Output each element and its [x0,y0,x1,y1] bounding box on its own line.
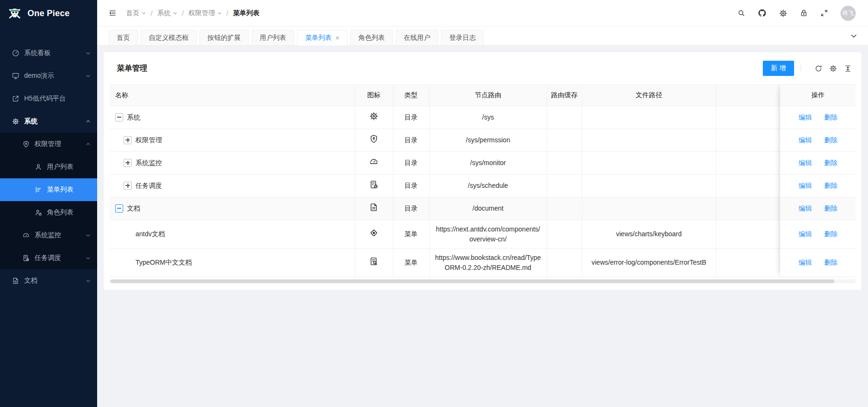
add-button[interactable]: 新 增 [763,61,794,76]
delete-link[interactable]: 删除 [824,204,838,213]
tab-user-list[interactable]: 用户列表 [252,30,294,46]
caret-down-icon [173,11,177,15]
edit-link[interactable]: 编辑 [799,259,812,267]
gear-icon[interactable] [779,9,787,18]
sidebar-item-menu-list[interactable]: 菜单列表 [0,178,97,201]
tab-menu-list[interactable]: 菜单列表 × [297,30,347,46]
caret-down-icon [217,11,222,15]
tab-login-log[interactable]: 登录日志 [441,30,484,46]
schedule-icon [22,254,30,262]
sidebar-item-schedule[interactable]: 任务调度 [0,247,97,269]
breadcrumb-separator: / [151,9,153,17]
row-type: 目录 [393,129,429,152]
top-header: 首页 / 系统 / 权限管理 / 菜单列表 [97,0,868,27]
sidebar-submenu-system: 权限管理 用户列表 菜单列表 [0,133,97,269]
expand-toggle-icon[interactable] [124,136,132,144]
delete-link[interactable]: 删除 [824,230,838,239]
menu-fold-icon[interactable] [108,9,117,17]
chevron-up-icon [86,142,90,147]
sidebar-item-user-list[interactable]: 用户列表 [0,156,97,178]
breadcrumb-separator: / [182,9,184,17]
sidebar-item-document[interactable]: 文档 [0,269,97,292]
chevron-down-icon[interactable] [850,32,858,40]
sidebar-item-dashboard[interactable]: 系统看板 [0,42,97,65]
gear-icon [11,118,19,126]
lock-icon[interactable] [800,9,808,17]
desktop-icon [11,72,19,80]
row-route: /sys/schedule [429,175,547,197]
edit-link[interactable]: 编辑 [799,159,812,167]
tab-bar: 首页 自定义模态框 按钮的扩展 用户列表 菜单列表 × 角色列表 在线用户 登录… [97,27,868,46]
expand-toggle-icon[interactable] [124,182,132,190]
chevron-down-icon [86,74,90,78]
tab-role-list[interactable]: 角色列表 [350,30,393,46]
close-icon[interactable]: × [335,35,339,41]
github-icon[interactable] [758,9,767,18]
breadcrumb-item[interactable]: 首页 [126,9,146,18]
row-cache [547,152,582,175]
scrollbar-thumb[interactable] [110,279,834,283]
row-actions: 编辑 删除 [780,129,856,152]
breadcrumb-item[interactable]: 系统 [157,9,177,18]
page-title: 菜单管理 [117,64,147,74]
search-icon[interactable] [737,9,745,17]
avatar[interactable]: 路飞 [841,6,856,21]
delete-link[interactable]: 删除 [824,259,838,267]
sidebar-item-label: 系统监控 [35,231,61,240]
sidebar-item-label: H5低代码平台 [24,94,66,103]
edit-link[interactable]: 编辑 [799,113,812,122]
fullscreen-icon[interactable] [820,9,828,17]
dashboard-icon [369,157,379,166]
main-area: 首页 / 系统 / 权限管理 / 菜单列表 [97,0,868,407]
sidebar-item-label: 菜单列表 [47,185,73,194]
logo-text: One Piece [27,9,70,18]
column-height-icon[interactable] [844,65,852,73]
sidebar-item-demo[interactable]: demo演示 [0,65,97,87]
gear-icon[interactable] [829,65,837,73]
column-header-type: 类型 [393,85,429,106]
bar-chart-icon [34,186,42,194]
sidebar-menu: 系统看板 demo演示 H5低代码平台 系统 [0,42,97,292]
reload-icon[interactable] [814,65,823,73]
tab-custom-modal[interactable]: 自定义模态框 [141,30,197,46]
gear-icon [369,111,379,121]
row-route: /sys/permssion [429,129,547,152]
row-route: /sys/monitor [429,152,547,175]
sidebar-item-monitor[interactable]: 系统监控 [0,224,97,247]
breadcrumb-item[interactable]: 权限管理 [189,9,222,18]
chevron-down-icon [86,278,90,283]
sidebar-item-system[interactable]: 系统 [0,110,97,133]
delete-link[interactable]: 删除 [824,113,838,122]
edit-link[interactable]: 编辑 [799,204,812,213]
table-header-row: 名称 图标 类型 节点路由 路由缓存 文件路径 权 [109,85,856,106]
delete-link[interactable]: 删除 [824,159,838,167]
caret-down-icon [142,11,146,15]
edit-link[interactable]: 编辑 [799,136,812,145]
row-filepath [582,152,716,175]
expand-toggle-icon[interactable] [124,159,132,167]
row-cache [547,106,582,129]
row-cache [547,129,582,152]
row-name: antdv文档 [136,229,165,239]
menu-management-card: 菜单管理 新 增 [104,52,861,290]
edit-link[interactable]: 编辑 [799,230,812,239]
delete-link[interactable]: 删除 [824,136,838,145]
sidebar-item-permission[interactable]: 权限管理 [0,133,97,156]
row-route: https://www.bookstack.cn/read/TypeORM-0.… [429,249,547,277]
external-link-icon [11,95,19,103]
app-root: One Piece 系统看板 demo演示 H [0,0,868,407]
row-cache [547,249,582,277]
delete-link[interactable]: 删除 [824,182,838,190]
file-text-icon [369,203,379,212]
logo[interactable]: One Piece [0,0,97,27]
collapse-toggle-icon[interactable] [115,113,123,121]
row-cache [547,197,582,220]
sidebar-item-role-list[interactable]: 角色列表 [0,201,97,224]
tab-button-ext[interactable]: 按钮的扩展 [199,30,249,46]
sidebar-item-h5-lowcode[interactable]: H5低代码平台 [0,87,97,110]
tab-online-users[interactable]: 在线用户 [396,30,438,46]
tab-home[interactable]: 首页 [108,30,138,46]
user-icon [34,163,42,171]
edit-link[interactable]: 编辑 [799,182,812,190]
collapse-toggle-icon[interactable] [115,204,123,213]
